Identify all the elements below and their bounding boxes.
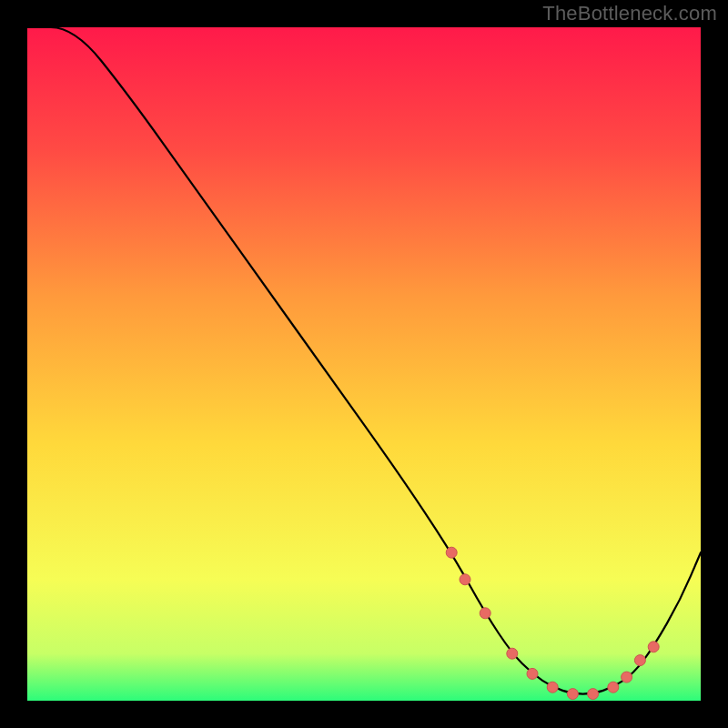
marker-dot [588,689,599,700]
marker-dot [648,642,659,652]
marker-dot [608,682,619,693]
marker-dot [622,672,632,682]
marker-dot [460,574,470,585]
marker-dot [547,682,558,693]
bottleneck-chart [0,0,728,728]
marker-dot [507,648,518,659]
marker-dot [480,608,490,619]
marker-dot [634,655,645,666]
marker-dot [527,668,538,679]
chart-frame: { "watermark": "TheBottleneck.com", "col… [0,0,728,728]
plot-gradient-bg [27,27,701,701]
marker-dot [567,689,578,700]
marker-dot [446,547,457,558]
